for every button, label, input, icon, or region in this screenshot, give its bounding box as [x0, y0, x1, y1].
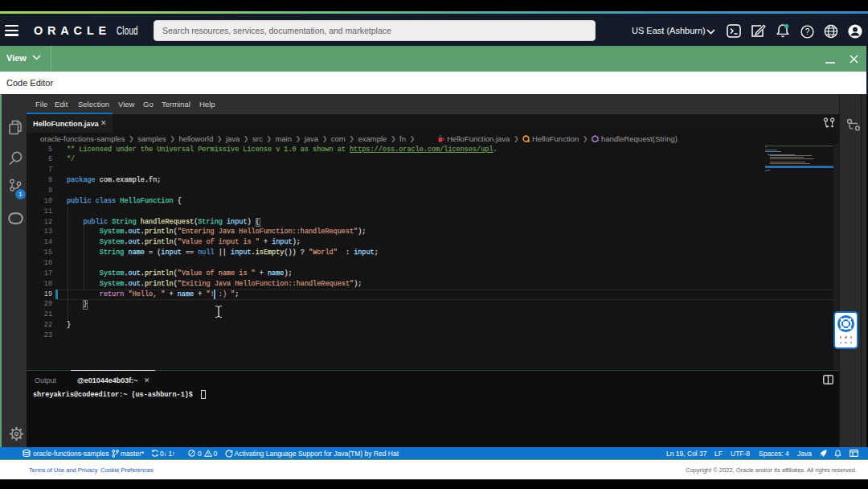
svg-text:?: ? — [805, 27, 810, 36]
